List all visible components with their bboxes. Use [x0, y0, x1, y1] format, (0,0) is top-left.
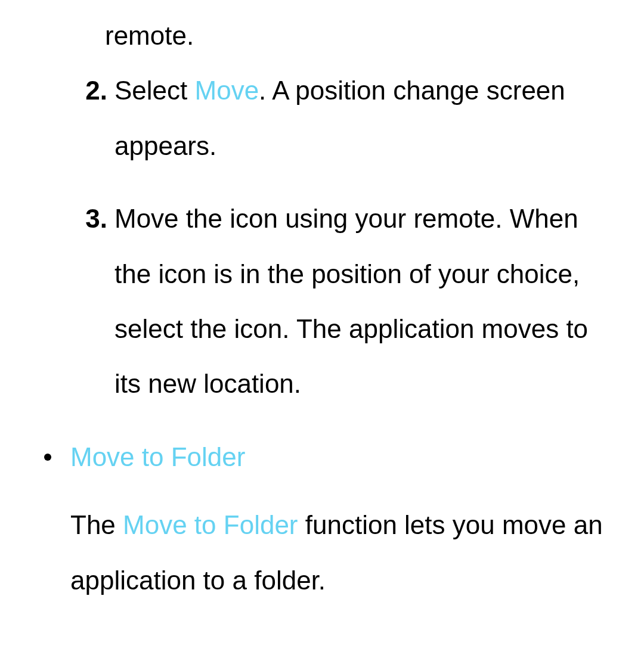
step-3-marker: 3. — [74, 191, 114, 412]
section-body: Move to Folder The Move to Folder functi… — [70, 430, 608, 608]
step-2-text: Select Move. A position change screen ap… — [114, 63, 608, 173]
step-2-pre: Select — [114, 76, 195, 105]
document-content: remote. 2. Select Move. A position chang… — [0, 0, 644, 608]
step-3: 3. Move the icon using your remote. When… — [74, 191, 608, 412]
section-desc-pre: The — [70, 510, 123, 539]
fragment-text: remote. — [105, 8, 608, 63]
step-3-text: Move the icon using your remote. When th… — [114, 191, 608, 412]
step-2-marker: 2. — [74, 63, 114, 173]
section-move-to-folder: Move to Folder The Move to Folder functi… — [36, 430, 608, 608]
bullet-icon — [36, 430, 70, 608]
fragment-line: remote. — [36, 8, 608, 63]
section-description: The Move to Folder function lets you mov… — [70, 498, 608, 608]
section-desc-highlight: Move to Folder — [123, 510, 298, 539]
step-2: 2. Select Move. A position change screen… — [74, 63, 608, 173]
section-title: Move to Folder — [70, 430, 608, 485]
step-2-highlight: Move — [195, 76, 259, 105]
